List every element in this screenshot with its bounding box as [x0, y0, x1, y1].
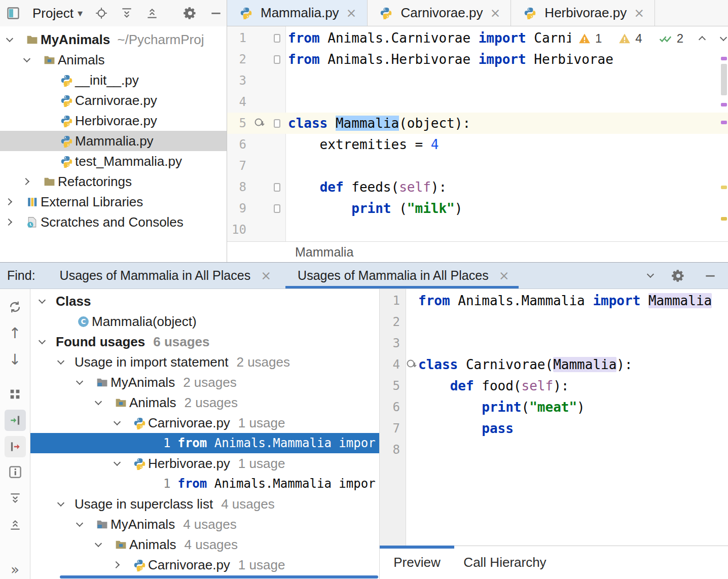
chevron-down-icon[interactable]	[24, 59, 41, 61]
editor-line[interactable]: 10	[227, 219, 728, 240]
project-tree-item[interactable]: Herbivorae.py	[0, 111, 227, 131]
line-number[interactable]: 4	[380, 357, 406, 372]
editor-line[interactable]: 9 print ("milk")	[227, 198, 728, 219]
settings-gear-icon[interactable]	[183, 6, 197, 20]
usage-group-row[interactable]: Usage in superclass list4 usages	[30, 494, 379, 514]
line-number[interactable]: 5	[227, 116, 252, 130]
line-number[interactable]: 2	[227, 52, 252, 66]
locate-file-icon[interactable]	[95, 7, 108, 20]
line-number[interactable]: 6	[380, 400, 406, 414]
editor-line[interactable]: 3	[227, 70, 728, 91]
hide-panel-icon[interactable]	[209, 7, 223, 20]
line-number[interactable]: 3	[227, 74, 252, 88]
line-number[interactable]: 2	[380, 315, 406, 329]
usage-group-row[interactable]: Animals2 usages	[30, 392, 379, 413]
line-number[interactable]: 3	[380, 336, 406, 350]
previous-occurrence-icon[interactable]: ↑	[5, 322, 26, 344]
usage-group-row[interactable]: Animals4 usages	[30, 534, 379, 555]
error-stripe-mark[interactable]	[721, 217, 727, 221]
rerun-icon[interactable]	[5, 296, 26, 317]
editor-line[interactable]: 4	[227, 91, 728, 113]
line-number[interactable]: 8	[380, 443, 406, 457]
warning-weak-icon[interactable]	[618, 32, 631, 45]
preview-line[interactable]: 8	[380, 439, 728, 460]
project-view-dropdown[interactable]: Project ▼	[32, 6, 83, 21]
line-number[interactable]: 10	[227, 223, 252, 237]
editor-tab[interactable]: Mammalia.py×	[227, 0, 368, 26]
line-number[interactable]: 9	[227, 201, 252, 215]
preview-editor[interactable]: 1from Animals.Mammalia import Mammalia23…	[380, 289, 728, 546]
fold-marker-icon[interactable]	[268, 204, 286, 213]
usage-group-row[interactable]: Usage in import statement2 usages	[30, 352, 379, 372]
usage-group-row[interactable]: Carnivorae.py1 usage	[30, 555, 379, 575]
line-number[interactable]: 8	[227, 180, 252, 194]
usage-group-row[interactable]: Class	[30, 291, 379, 311]
error-stripe-mark[interactable]	[721, 121, 727, 124]
chevron-down-icon[interactable]	[648, 274, 653, 277]
find-tab[interactable]: Usages of Mammalia in All Places×	[296, 263, 512, 288]
chevron-down-icon[interactable]	[77, 523, 93, 526]
chevron-up-icon[interactable]	[700, 35, 705, 42]
error-stripe-mark[interactable]	[721, 186, 727, 189]
autoscroll-to-source-icon[interactable]	[5, 410, 26, 431]
fold-marker-icon[interactable]	[268, 55, 286, 64]
chevron-down-icon[interactable]	[58, 361, 75, 364]
preview-line[interactable]: 3	[380, 333, 728, 354]
editor-line[interactable]: 6 extremities = 4	[227, 134, 728, 155]
tab-close-icon[interactable]: ×	[499, 269, 509, 282]
chevron-down-icon[interactable]	[40, 341, 56, 343]
expand-all-icon[interactable]	[5, 488, 26, 509]
fold-marker-icon[interactable]	[268, 119, 286, 128]
preview-line[interactable]: 4class Carnivorae(Mammalia):	[380, 354, 728, 375]
editor-line[interactable]: 2from Animals.Herbivorae import Herbivor…	[227, 49, 728, 70]
tab-close-icon[interactable]: ×	[346, 7, 357, 19]
usage-group-row[interactable]: Herbivorae.py1 usage	[30, 453, 379, 474]
line-number[interactable]: 4	[227, 95, 252, 109]
chevron-right-icon[interactable]	[115, 562, 131, 567]
chevron-right-icon[interactable]	[24, 179, 41, 184]
error-stripe[interactable]	[720, 26, 728, 241]
tab-close-icon[interactable]: ×	[634, 7, 644, 19]
preview-line[interactable]: 7 pass	[380, 418, 728, 439]
chevron-right-icon[interactable]	[7, 199, 23, 204]
scrollbar-thumb[interactable]	[721, 64, 727, 95]
tool-window-icon[interactable]	[6, 6, 20, 20]
fold-marker-icon[interactable]	[268, 34, 286, 43]
preview-line[interactable]: 6 print("meat")	[380, 396, 728, 418]
chevron-down-icon[interactable]	[40, 300, 56, 303]
error-stripe-mark[interactable]	[721, 103, 727, 106]
breadcrumb-item[interactable]: Mammalia	[295, 245, 353, 260]
line-number[interactable]: 5	[380, 379, 406, 393]
chevron-down-icon[interactable]	[115, 422, 131, 424]
preview-line[interactable]: 2	[380, 311, 728, 333]
editor-body[interactable]: 1from Animals.Carnivorae import Carnivor…	[227, 26, 728, 241]
checks-icon[interactable]	[659, 32, 673, 45]
line-number[interactable]: 7	[227, 159, 252, 173]
chevron-down-icon[interactable]	[721, 38, 726, 40]
tab-close-icon[interactable]: ×	[261, 269, 271, 282]
editor-tab[interactable]: Carnivorae.py×	[368, 0, 512, 26]
project-tree-item[interactable]: Mammalia.py	[0, 131, 227, 151]
editor-line[interactable]: 8 def feeds(self):	[227, 176, 728, 198]
subclassed-marker-icon[interactable]	[406, 358, 418, 371]
usage-group-row[interactable]: Found usages6 usages	[30, 332, 379, 352]
collapse-all-icon[interactable]	[5, 514, 26, 535]
chevron-down-icon[interactable]	[96, 402, 112, 404]
project-tree-item[interactable]: External Libraries	[0, 192, 227, 212]
usage-group-row[interactable]: MyAnimals2 usages	[30, 372, 379, 392]
preview-usages-icon[interactable]	[5, 461, 26, 483]
preview-line[interactable]: 5 def food(self):	[380, 375, 728, 396]
more-occurrences-icon[interactable]: »	[5, 559, 26, 579]
group-by-icon[interactable]	[5, 383, 26, 405]
preview-line[interactable]: 1from Animals.Mammalia import Mammalia	[380, 290, 728, 311]
chevron-down-icon[interactable]	[77, 381, 93, 384]
hide-panel-icon[interactable]	[704, 269, 717, 282]
project-tree-item[interactable]: Carnivorae.py	[0, 90, 227, 111]
usage-group-row[interactable]: MyAnimals4 usages	[30, 514, 379, 534]
chevron-down-icon[interactable]	[96, 544, 112, 546]
preview-tab[interactable]: Preview	[380, 546, 454, 579]
find-tab[interactable]: Usages of Mammalia in All Places×	[58, 263, 274, 288]
settings-gear-icon[interactable]	[671, 269, 685, 283]
editor-line[interactable]: 7	[227, 155, 728, 176]
line-number[interactable]: 6	[227, 137, 252, 152]
